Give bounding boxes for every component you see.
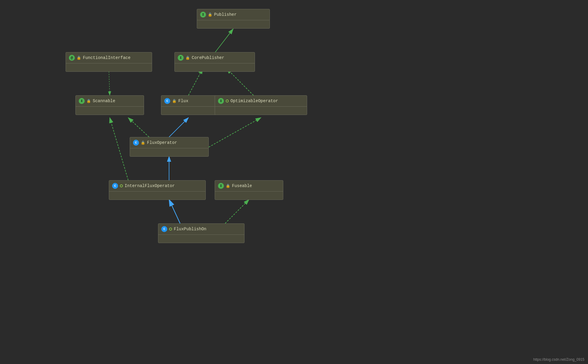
publisher-badge: I — [200, 12, 206, 18]
node-scannable-header: I 🔒 Scannable — [76, 96, 144, 106]
node-fluxpublishon-header: C FluxPublishOn — [158, 224, 244, 234]
node-fuseable-header: I 🔒 Fuseable — [215, 181, 283, 191]
functional-label: FunctionalInterface — [83, 55, 131, 60]
node-scannable[interactable]: I 🔒 Scannable — [75, 95, 144, 115]
internalflux-label: InternalFluxOperator — [125, 183, 175, 188]
svg-line-8 — [169, 118, 188, 137]
fuseable-label: Fuseable — [232, 183, 252, 188]
svg-line-7 — [128, 118, 149, 137]
fuseable-lock-icon: 🔒 — [226, 184, 230, 188]
functional-badge: @ — [69, 55, 75, 61]
optimizable-badge: I — [218, 98, 224, 104]
svg-line-9 — [209, 118, 261, 147]
node-optimizable-header: I OptimizableOperator — [215, 96, 307, 106]
svg-line-11 — [110, 118, 128, 180]
fluxoperator-lock-icon: 🔒 — [141, 141, 145, 145]
fluxpublishon-body — [158, 234, 244, 243]
fluxpublishon-label: FluxPublishOn — [174, 227, 206, 231]
watermark: https://blog.csdn.net/Zong_0915 — [533, 357, 584, 362]
scannable-lock-icon: 🔒 — [86, 99, 91, 103]
node-fuseable[interactable]: I 🔒 Fuseable — [215, 180, 283, 200]
node-corepublisher[interactable]: I 🔒 CorePublisher — [174, 52, 255, 72]
publisher-label: Publisher — [214, 12, 237, 17]
svg-line-3 — [215, 29, 233, 52]
node-fluxoperator-header: C 🔒 FluxOperator — [130, 137, 208, 148]
optimizable-body — [215, 106, 307, 115]
internalflux-circle-icon — [120, 184, 123, 187]
corepublisher-lock-icon: 🔒 — [185, 56, 190, 60]
publisher-lock-icon: 🔒 — [208, 13, 212, 17]
fluxoperator-body — [130, 148, 208, 156]
internalflux-badge: C — [112, 183, 118, 189]
fuseable-badge: I — [218, 183, 224, 189]
fuseable-body — [215, 191, 283, 200]
scannable-body — [76, 106, 144, 115]
functional-body — [66, 63, 152, 71]
svg-line-6 — [109, 69, 110, 95]
scannable-badge: I — [79, 98, 85, 104]
node-functional[interactable]: @ 🔒 FunctionalInterface — [66, 52, 152, 72]
publisher-body — [197, 20, 270, 28]
svg-line-12 — [169, 200, 180, 223]
optimizable-circle-icon — [226, 99, 229, 102]
flux-badge: C — [164, 98, 170, 104]
svg-line-5 — [227, 69, 253, 95]
svg-line-13 — [225, 200, 249, 223]
svg-line-4 — [188, 69, 203, 95]
node-fluxpublishon[interactable]: C FluxPublishOn — [158, 223, 245, 243]
node-publisher[interactable]: I 🔒 Publisher — [197, 9, 270, 29]
fluxpublishon-badge: C — [161, 226, 167, 232]
flux-lock-icon: 🔒 — [172, 99, 177, 103]
node-corepublisher-header: I 🔒 CorePublisher — [175, 52, 255, 63]
internalflux-body — [109, 191, 205, 200]
node-flux-header: C 🔒 Flux — [161, 96, 216, 106]
node-optimizable[interactable]: I OptimizableOperator — [215, 95, 307, 115]
node-internalflux[interactable]: C InternalFluxOperator — [109, 180, 206, 200]
flux-label: Flux — [178, 99, 188, 103]
node-internalflux-header: C InternalFluxOperator — [109, 181, 205, 191]
fluxoperator-badge: C — [133, 140, 139, 146]
scannable-label: Scannable — [93, 99, 115, 103]
flux-body — [161, 106, 216, 115]
fluxoperator-label: FluxOperator — [147, 140, 177, 145]
optimizable-label: OptimizableOperator — [230, 99, 278, 103]
node-functional-header: @ 🔒 FunctionalInterface — [66, 52, 152, 63]
corepublisher-label: CorePublisher — [192, 55, 224, 60]
corepublisher-badge: I — [178, 55, 184, 61]
functional-lock-icon: 🔒 — [77, 56, 81, 60]
node-publisher-header: I 🔒 Publisher — [197, 9, 270, 20]
node-fluxoperator[interactable]: C 🔒 FluxOperator — [130, 137, 209, 157]
diagram-container: I 🔒 Publisher @ 🔒 FunctionalInterface I … — [0, 0, 588, 364]
fluxpublishon-circle-icon — [169, 228, 172, 231]
node-flux[interactable]: C 🔒 Flux — [161, 95, 216, 115]
corepublisher-body — [175, 63, 255, 71]
